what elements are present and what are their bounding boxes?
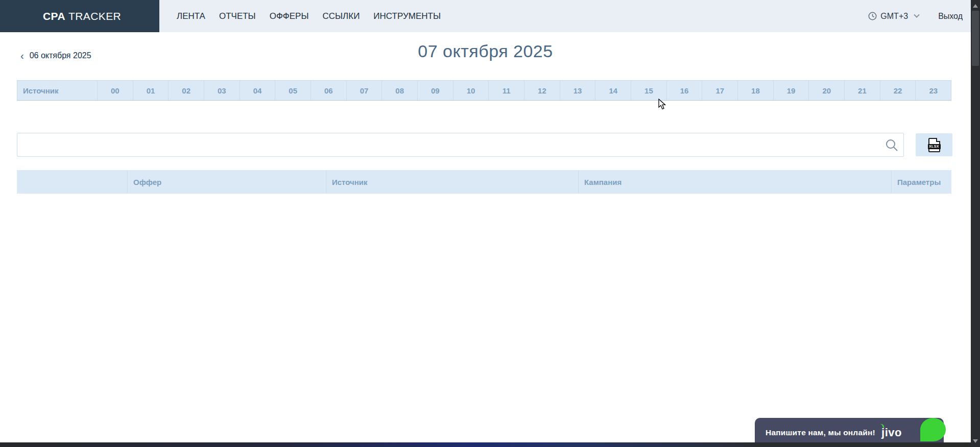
xlsx-file-icon: XLSX [928,138,940,152]
logout-link[interactable]: Выход [938,12,963,21]
bottom-edge-bar [0,442,980,447]
hour-column-21: 21 [845,81,880,100]
hour-column-19: 19 [774,81,809,100]
hour-column-15: 15 [631,81,667,100]
hour-column-17: 17 [702,81,738,100]
app-logo-light: TRACKER [68,10,121,22]
column-header-4: Параметры [891,170,951,194]
jivo-leaf-icon [920,418,946,441]
hour-column-10: 10 [453,81,489,100]
hours-header-row: Источник00010203040506070809101112131415… [17,80,951,101]
search-input[interactable] [17,133,904,157]
topbar-right: GMT+3 Выход [868,12,971,21]
scrollbar-up-arrow[interactable] [973,4,978,8]
hours-source-header: Источник [17,81,98,100]
hour-column-06: 06 [311,81,347,100]
export-xlsx-button[interactable]: XLSX [916,133,952,156]
search-icon[interactable] [885,138,898,152]
jivo-leaf-accent-icon [880,423,885,428]
chat-message: Напишите нам, мы онлайн! [755,428,875,437]
nav-item-ssylki[interactable]: ССЫЛКИ [322,11,360,21]
hour-column-02: 02 [169,81,204,100]
hour-column-16: 16 [667,81,703,100]
column-header-2: Источник [326,170,578,194]
results-header-row: ОфферИсточникКампанияПараметры [17,170,951,194]
hour-column-13: 13 [560,81,596,100]
hour-column-04: 04 [240,81,276,100]
timezone-selector[interactable]: GMT+3 [868,12,919,21]
hour-column-01: 01 [133,81,169,100]
jivo-logo: jivo [881,427,902,438]
hour-column-11: 11 [489,81,524,100]
main-nav: ЛЕНТАОТЧЕТЫОФФЕРЫССЫЛКИИНСТРУМЕНТЫ [177,11,441,21]
hour-column-22: 22 [880,81,916,100]
scrollbar-down-arrow[interactable] [973,439,978,443]
chevron-down-icon [914,12,919,17]
nav-item-instrumenty[interactable]: ИНСТРУМЕНТЫ [373,11,441,21]
timezone-label: GMT+3 [880,12,908,21]
app-logo[interactable]: CPA TRACKER [0,0,159,32]
hour-column-08: 08 [382,81,418,100]
clock-icon [868,12,877,20]
nav-item-otchety[interactable]: ОТЧЕТЫ [219,11,256,21]
hour-column-14: 14 [595,81,631,100]
hour-column-09: 09 [418,81,453,100]
column-header-1: Оффер [127,170,326,194]
xlsx-file-icon-label: XLSX [928,144,941,149]
column-header-3: Кампания [578,170,891,194]
column-header-blank [17,170,127,194]
page-title: 07 октября 2025 [0,41,971,61]
hour-column-07: 07 [347,81,383,100]
hour-column-05: 05 [275,81,311,100]
hour-column-12: 12 [524,81,560,100]
hour-column-23: 23 [916,81,951,100]
hour-column-18: 18 [738,81,774,100]
nav-item-offery[interactable]: ОФФЕРЫ [270,11,309,21]
hour-column-03: 03 [204,81,240,100]
top-bar: CPA TRACKER ЛЕНТАОТЧЕТЫОФФЕРЫССЫЛКИИНСТР… [0,0,971,32]
hour-column-00: 00 [98,81,133,100]
scrollbar[interactable] [971,0,980,447]
hour-column-20: 20 [809,81,845,100]
scrollbar-thumb[interactable] [972,11,979,66]
nav-item-lenta[interactable]: ЛЕНТА [177,11,205,21]
app-logo-bold: CPA [43,10,65,22]
